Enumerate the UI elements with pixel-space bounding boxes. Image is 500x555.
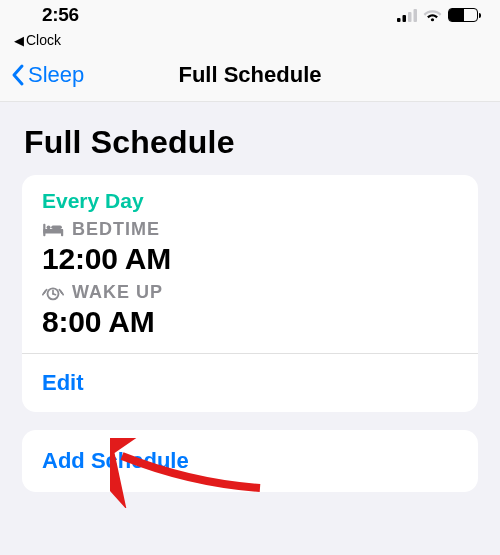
svg-rect-1: [403, 15, 407, 22]
svg-rect-6: [43, 229, 63, 233]
battery-icon: [448, 8, 478, 22]
page-title: Full Schedule: [0, 102, 500, 175]
wakeup-label: WAKE UP: [72, 282, 163, 303]
wakeup-value: 8:00 AM: [42, 305, 458, 339]
status-time: 2:56: [42, 4, 79, 26]
nav-header: Sleep Full Schedule: [0, 48, 500, 102]
back-app-label: Clock: [26, 32, 61, 48]
back-triangle-icon: ◀: [14, 34, 24, 47]
svg-rect-7: [61, 229, 63, 236]
status-indicators: [397, 8, 478, 22]
wifi-icon: [423, 8, 442, 22]
edit-button[interactable]: Edit: [22, 354, 478, 412]
bedtime-value: 12:00 AM: [42, 242, 458, 276]
svg-rect-0: [397, 18, 401, 22]
bedtime-label: BEDTIME: [72, 219, 160, 240]
wakeup-label-row: WAKE UP: [42, 282, 458, 303]
add-schedule-button[interactable]: Add Schedule: [22, 430, 478, 492]
svg-point-4: [431, 18, 434, 21]
schedule-days: Every Day: [42, 189, 458, 213]
svg-point-8: [47, 225, 51, 229]
svg-rect-3: [414, 9, 418, 22]
back-to-app[interactable]: ◀ Clock: [0, 30, 500, 48]
svg-line-12: [53, 293, 56, 294]
bedtime-label-row: BEDTIME: [42, 219, 458, 240]
svg-rect-9: [51, 225, 62, 229]
cellular-icon: [397, 9, 417, 22]
svg-rect-2: [408, 12, 412, 22]
bed-icon: [42, 221, 64, 239]
alarm-icon: [42, 284, 64, 302]
schedule-card: Every Day BEDTIME 12:00 AM: [22, 175, 478, 412]
back-button-label: Sleep: [28, 62, 84, 88]
status-bar: 2:56: [0, 0, 500, 30]
chevron-left-icon: [10, 63, 26, 87]
back-button[interactable]: Sleep: [0, 62, 84, 88]
